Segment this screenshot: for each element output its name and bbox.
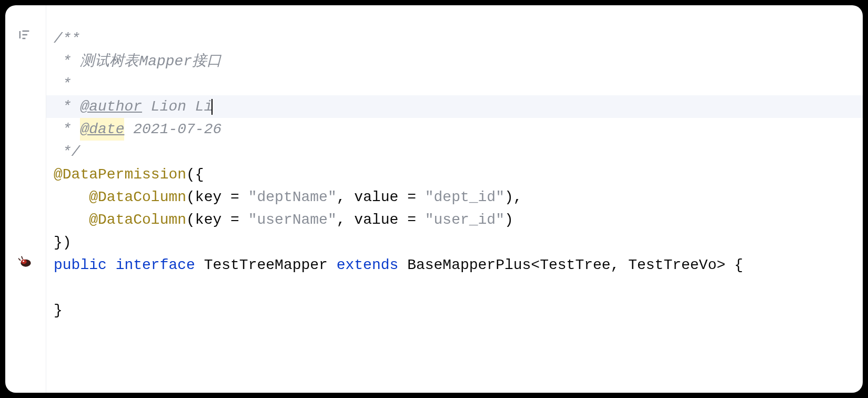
gutter-row [5, 299, 46, 322]
comment: * 测试树表Mapper接口 [54, 50, 221, 73]
token: interface [116, 254, 204, 276]
comment: * [54, 73, 72, 95]
gutter-row [5, 141, 46, 163]
editor: /** * 测试树表Mapper接口 * * @author Lion Li *… [5, 5, 863, 393]
code-line[interactable]: /** [46, 27, 863, 50]
gutter-row [5, 186, 46, 208]
string-literal: "user_id" [425, 208, 504, 231]
comment: * [54, 95, 80, 118]
code-area[interactable]: /** * 测试树表Mapper接口 * * @author Lion Li *… [46, 5, 863, 393]
token: extends [337, 254, 407, 276]
string-literal: "deptName" [248, 186, 337, 208]
javadoc-tag: @date [80, 118, 124, 141]
gutter-row [5, 50, 46, 73]
token: TestTreeMapper [204, 254, 337, 276]
gutter-row [5, 27, 46, 50]
gutter-row [5, 163, 46, 186]
string-literal: "userName" [248, 208, 337, 231]
gutter-row [5, 276, 46, 299]
gutter-row [5, 208, 46, 231]
editor-frame: /** * 测试树表Mapper接口 * * @author Lion Li *… [5, 5, 863, 393]
javadoc-tag: @author [80, 95, 142, 118]
gutter-row [5, 95, 46, 118]
code-line[interactable]: }) [46, 231, 863, 254]
annotation: @DataColumn [89, 186, 186, 208]
gutter-row [5, 231, 46, 254]
code-line[interactable] [46, 276, 863, 299]
svg-point-6 [23, 261, 24, 262]
interface-gutter-icon[interactable] [18, 254, 33, 276]
comment: /** [54, 27, 80, 50]
javadoc-value: Lion Li [142, 95, 213, 118]
code-line[interactable]: * @author Lion Li [46, 95, 863, 118]
gutter-row [5, 118, 46, 141]
gutter [5, 5, 46, 393]
code-line[interactable]: * 测试树表Mapper接口 [46, 50, 863, 73]
gutter-row [5, 254, 46, 276]
token: public [54, 254, 116, 276]
code-line[interactable]: */ [46, 141, 863, 163]
annotation: @DataColumn [89, 208, 186, 231]
structure-filter-icon[interactable] [17, 27, 32, 51]
code-line[interactable]: @DataColumn(key = "deptName", value = "d… [46, 186, 863, 208]
code-line[interactable]: } [46, 299, 863, 322]
annotation: @DataPermission [54, 163, 186, 186]
string-literal: "dept_id" [425, 186, 504, 208]
code-line[interactable]: * [46, 73, 863, 95]
code-line[interactable]: @DataPermission({ [46, 163, 863, 186]
code-line[interactable]: * @date 2021-07-26 [46, 118, 863, 141]
code-line[interactable]: public interface TestTreeMapper extends … [46, 254, 863, 276]
comment: * [54, 118, 80, 141]
code-line[interactable]: @DataColumn(key = "userName", value = "u… [46, 208, 863, 231]
comment: */ [54, 141, 80, 163]
gutter-row [5, 73, 46, 95]
text-caret [211, 99, 213, 115]
token: BaseMapperPlus<TestTree, TestTreeVo> { [407, 254, 743, 276]
javadoc-value: 2021-07-26 [124, 118, 221, 141]
